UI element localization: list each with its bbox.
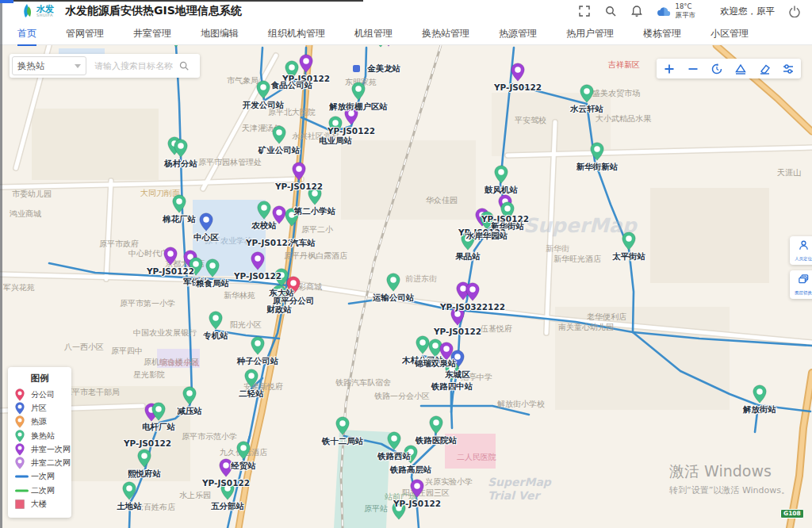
map-pin-label: YP-JS0122 xyxy=(275,182,323,191)
supermap-watermark: SuperMap xyxy=(523,214,637,237)
map-pin-heat-exchange-station[interactable] xyxy=(182,386,197,408)
map-pin-heat-exchange-station[interactable] xyxy=(429,415,443,438)
map-pin-heat-exchange-station[interactable] xyxy=(251,336,265,358)
legend-item: 换热站 xyxy=(8,429,71,442)
map-label: 军兴花苑 xyxy=(3,282,35,293)
nav-tab-2[interactable]: 井室管理 xyxy=(133,27,171,40)
nav-tab-8[interactable]: 热用户管理 xyxy=(566,27,614,40)
map-label: 吉祥新区 xyxy=(608,59,640,71)
map-pin-heat-exchange-station[interactable] xyxy=(174,139,188,161)
map-side-button-person[interactable]: 人员定位 xyxy=(790,236,812,265)
reset-icon[interactable] xyxy=(710,63,723,75)
map-canvas[interactable]: 东明家苑吉祥新区盛美农贸市场大小武精品水果平安驾校市气象局原平北大医院天津灌汤包… xyxy=(0,45,812,528)
window-left-edge xyxy=(0,0,2,528)
map-pin-well-primary[interactable] xyxy=(381,45,396,50)
map-pin-heat-exchange-station[interactable] xyxy=(137,449,151,471)
map-label: 新华街 xyxy=(546,243,569,254)
nav-tab-1[interactable]: 管网管理 xyxy=(66,27,104,40)
welcome-text: 欢迎您，原平 xyxy=(720,6,775,17)
nav-tab-9[interactable]: 楼栋管理 xyxy=(643,27,681,40)
map-pin-well-primary[interactable] xyxy=(511,63,525,85)
map-label: 中国农业发展银行 xyxy=(133,327,197,339)
layer-settings-icon[interactable] xyxy=(782,63,795,75)
map-pin-heat-exchange-station[interactable] xyxy=(257,201,271,223)
nav-tab-6[interactable]: 换热站管理 xyxy=(422,27,469,40)
fullscreen-icon[interactable] xyxy=(578,5,591,17)
map-pin-heat-exchange-station[interactable] xyxy=(244,369,259,391)
search-input[interactable] xyxy=(93,60,178,72)
map-label: 华众佳园 xyxy=(426,195,458,206)
map-pin-heat-exchange-station[interactable] xyxy=(753,385,767,407)
nav-tab-10[interactable]: 小区管理 xyxy=(710,27,749,40)
map-pin-heat-exchange-station[interactable] xyxy=(351,82,366,104)
map-pin-well-primary[interactable] xyxy=(251,251,265,274)
map-pin-heat-exchange-station[interactable] xyxy=(494,165,508,187)
map-pin-heat-exchange-station[interactable] xyxy=(151,402,166,424)
map-pin-heat-exchange-station[interactable] xyxy=(590,142,604,164)
legend-pin-icon xyxy=(15,388,31,401)
map-pin-heat-exchange-station[interactable] xyxy=(386,273,400,295)
map-poi-marker[interactable] xyxy=(353,65,360,72)
clear-icon[interactable] xyxy=(758,63,771,75)
map-pin-label: YP-JS0122 xyxy=(246,238,293,247)
windows-activation-watermark: 激活 Windows 转到“设置”以激活 Windows。 xyxy=(669,461,790,496)
person-icon xyxy=(798,239,810,254)
map-label: 原平站 xyxy=(364,503,388,515)
map-pin-heat-exchange-station[interactable] xyxy=(622,231,636,254)
map-label: 原平丹枫白露酒店 xyxy=(284,251,347,262)
page-title: 水发能源盾安供热GIS地理信息系统 xyxy=(65,4,242,18)
nav-tab-4[interactable]: 组织机构管理 xyxy=(268,27,325,40)
bell-icon[interactable] xyxy=(630,5,643,17)
legend-item: 二次网 xyxy=(8,484,71,497)
map-pin-label: 鼓风机站 xyxy=(485,185,518,196)
nav-tab-5[interactable]: 机组管理 xyxy=(354,27,393,40)
legend-item: 井室一次网 xyxy=(8,442,71,456)
map-pin-well-primary[interactable] xyxy=(163,247,178,269)
map-pin-heat-exchange-station[interactable] xyxy=(169,45,183,51)
measure-icon[interactable] xyxy=(734,63,747,75)
map-pin-well-primary[interactable] xyxy=(292,162,306,184)
weather-city: 原平市 xyxy=(676,11,696,20)
map-label: 伍基悦府 xyxy=(481,323,512,335)
legend-pin-icon xyxy=(15,430,31,442)
map-pin-well-primary[interactable] xyxy=(410,479,424,501)
legend-item: 大楼 xyxy=(8,497,71,511)
nav-tab-7[interactable]: 热源管理 xyxy=(499,27,537,40)
map-pin-well-primary[interactable] xyxy=(465,282,480,304)
map-label: 盛美农贸市场 xyxy=(592,88,640,99)
nav-tab-0[interactable]: 首页 xyxy=(17,27,36,40)
map-pin-label: 铁路医院站 xyxy=(416,435,458,446)
map-pin-heat-exchange-station[interactable] xyxy=(335,416,350,438)
nav-tab-3[interactable]: 地图编辑 xyxy=(201,27,239,40)
map-pin-heat-exchange-station[interactable] xyxy=(209,311,223,333)
zoom-out-icon[interactable] xyxy=(687,63,699,75)
search-category-select[interactable]: 换热站 xyxy=(12,56,86,75)
map-pin-label: YP-JS0122 xyxy=(147,266,194,276)
window-corner-chip xyxy=(0,0,13,3)
app-header: 水发 SHUIFA 水发能源盾安供热GIS地理信息系统 18°C 原平市 欢迎您… xyxy=(0,0,812,22)
map-pin-district[interactable] xyxy=(199,212,213,235)
map-label: 天涯山 xyxy=(777,167,801,178)
main-nav: 首页管网管理井室管理地图编辑组织机构管理机组管理换热站管理热源管理热用户管理楼栋… xyxy=(0,22,812,45)
search-icon[interactable] xyxy=(604,5,617,17)
map-pin-heat-exchange-station[interactable] xyxy=(122,481,136,503)
search-submit-icon[interactable] xyxy=(178,60,190,71)
map-pin-heat-exchange-station[interactable] xyxy=(387,431,401,453)
map-pin-heat-exchange-station[interactable] xyxy=(580,84,594,106)
zoom-in-icon[interactable] xyxy=(663,63,676,75)
map-pin-well-primary[interactable] xyxy=(299,54,313,76)
map-pin-label: 杨村分站 xyxy=(164,159,197,170)
map-pin-heat-exchange-station[interactable] xyxy=(172,194,186,216)
map-pin-heat-exchange-station[interactable] xyxy=(256,80,270,102)
map-label: 解放街小学校 xyxy=(497,399,545,410)
map-pin-heat-exchange-station[interactable] xyxy=(236,441,251,463)
map-search-bar: 换热站 xyxy=(10,54,200,78)
map-label: 星光影院 xyxy=(133,369,165,381)
legend-item-label: 热源 xyxy=(31,416,47,427)
map-pin-heat-exchange-station[interactable] xyxy=(272,125,286,147)
legend-item: 分公司 xyxy=(8,388,71,401)
map-side-button-layers[interactable]: 图层切换 xyxy=(790,270,812,299)
legend-item: 一次网 xyxy=(8,470,71,484)
map-pin-label: 减压站 xyxy=(177,406,202,417)
logout-icon[interactable] xyxy=(788,5,801,17)
